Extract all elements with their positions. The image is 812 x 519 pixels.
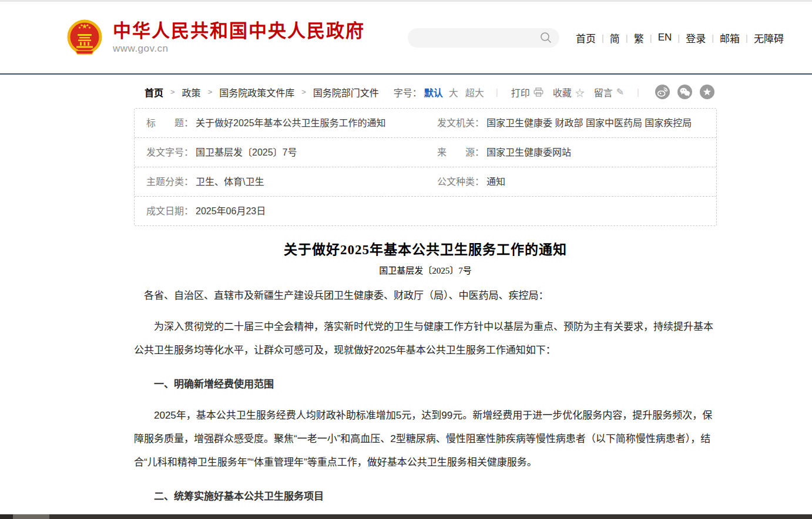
document-number: 国卫基层发〔2025〕7号 bbox=[134, 264, 717, 276]
breadcrumb-arrow-icon: > bbox=[301, 87, 306, 96]
paragraph: 为深入贯彻党的二十届三中全会精神，落实新时代党的卫生与健康工作方针中以基层为重点… bbox=[134, 315, 714, 362]
font-size-label: 字号： bbox=[394, 85, 422, 99]
nav-simplified[interactable]: 简 bbox=[604, 31, 626, 45]
comment-button[interactable]: 留言 ✎ bbox=[594, 85, 624, 99]
breadcrumb-toolbar-row: 首页 > 政策 > 国务院政策文件库 > 国务院部门文件 字号： 默认 大 超大… bbox=[134, 75, 717, 108]
breadcrumb-home[interactable]: 首页 bbox=[145, 85, 163, 99]
breadcrumb-arrow-icon: > bbox=[170, 87, 175, 96]
star-icon: ☆ bbox=[575, 85, 585, 99]
printer-icon bbox=[533, 87, 543, 97]
document-meta-table: 标 题： 关于做好2025年基本公共卫生服务工作的通知 发文机关： 国家卫生健康… bbox=[134, 108, 717, 226]
breadcrumb-policy-library[interactable]: 国务院政策文件库 bbox=[219, 85, 294, 99]
paragraph-salutation: 各省、自治区、直辖市及新疆生产建设兵团卫生健康委、财政厅（局）、中医药局、疾控局… bbox=[134, 284, 714, 308]
document-title: 关于做好2025年基本公共卫生服务工作的通知 bbox=[134, 238, 717, 258]
font-size-large-button[interactable]: 大 bbox=[449, 85, 458, 99]
nav-english[interactable]: EN bbox=[652, 32, 678, 43]
horizontal-scrollbar[interactable] bbox=[0, 514, 812, 519]
main-content: 首页 > 政策 > 国务院政策文件库 > 国务院部门文件 字号： 默认 大 超大… bbox=[134, 75, 717, 519]
nav-mail[interactable]: 邮箱 bbox=[714, 31, 746, 45]
paragraph: 2025年，基本公共卫生服务经费人均财政补助标准增加5元，达到99元。新增经费用… bbox=[134, 404, 714, 474]
meta-label-title: 标 题： bbox=[146, 116, 193, 130]
header-right: 首页| 简| 繁| EN| 登录| 邮箱| 无障碍 bbox=[408, 28, 790, 48]
pencil-icon: ✎ bbox=[616, 86, 624, 97]
nav-accessibility[interactable]: 无障碍 bbox=[748, 31, 790, 45]
site-title: 中华人民共和国中央人民政府 bbox=[113, 21, 365, 41]
nav-traditional[interactable]: 繁 bbox=[628, 31, 650, 45]
section-heading-2: 二、统筹实施好基本公共卫生服务项目 bbox=[134, 485, 714, 508]
print-button[interactable]: 打印 bbox=[511, 85, 543, 99]
toolbar: 字号： 默认 大 超大 | 打印 收藏 bbox=[394, 85, 714, 99]
breadcrumb-department-documents[interactable]: 国务院部门文件 bbox=[313, 85, 379, 99]
font-size-default-button[interactable]: 默认 bbox=[424, 85, 443, 99]
search-input[interactable] bbox=[417, 32, 539, 43]
breadcrumb: 首页 > 政策 > 国务院政策文件库 > 国务院部门文件 bbox=[145, 85, 379, 99]
meta-label-topic-category: 主题分类： bbox=[146, 175, 193, 188]
section-heading-1: 一、明确新增经费使用范围 bbox=[134, 373, 714, 396]
site-url: www.gov.cn bbox=[113, 43, 365, 55]
font-size-xlarge-button[interactable]: 超大 bbox=[465, 85, 484, 99]
meta-label-date: 成文日期： bbox=[146, 204, 193, 218]
meta-value-issuing-agency: 国家卫生健康委 财政部 国家中医药局 国家疾控局 bbox=[486, 116, 692, 130]
meta-value-doc-type: 通知 bbox=[486, 175, 505, 188]
site-header: 中华人民共和国中央人民政府 www.gov.cn 首页| 简| 繁| EN| bbox=[0, 2, 812, 73]
weibo-icon[interactable] bbox=[655, 85, 670, 99]
nav-login[interactable]: 登录 bbox=[680, 31, 712, 45]
scrollbar-corner bbox=[0, 514, 13, 519]
scrollbar-thumb[interactable] bbox=[13, 514, 49, 519]
meta-value-topic-category: 卫生、体育\卫生 bbox=[196, 175, 264, 188]
meta-label-doc-type: 公文种类： bbox=[437, 175, 484, 188]
nav-home[interactable]: 首页 bbox=[570, 31, 602, 45]
meta-value-doc-number: 国卫基层发〔2025〕7号 bbox=[196, 146, 297, 159]
meta-row: 主题分类： 卫生、体育\卫生 公文种类： 通知 bbox=[135, 167, 716, 197]
national-emblem-logo bbox=[66, 19, 103, 56]
meta-row: 发文字号： 国卫基层发〔2025〕7号 来 源： 国家卫生健康委网站 bbox=[135, 138, 716, 167]
meta-row: 标 题： 关于做好2025年基本公共卫生服务工作的通知 发文机关： 国家卫生健康… bbox=[135, 109, 716, 138]
breadcrumb-arrow-icon: > bbox=[208, 87, 213, 96]
meta-value-source: 国家卫生健康委网站 bbox=[486, 146, 571, 159]
meta-label-issuing-agency: 发文机关： bbox=[437, 116, 484, 130]
meta-row: 成文日期： 2025年06月23日 bbox=[135, 197, 716, 225]
search-icon[interactable] bbox=[539, 31, 552, 44]
meta-value-title: 关于做好2025年基本公共卫生服务工作的通知 bbox=[196, 116, 386, 130]
page: 中华人民共和国中央人民政府 www.gov.cn 首页| 简| 繁| EN| bbox=[0, 0, 812, 519]
brand-text: 中华人民共和国中央人民政府 www.gov.cn bbox=[113, 21, 365, 55]
search-box[interactable] bbox=[408, 28, 559, 48]
top-nav: 首页| 简| 繁| EN| 登录| 邮箱| 无障碍 bbox=[570, 31, 790, 45]
breadcrumb-policy[interactable]: 政策 bbox=[182, 85, 201, 99]
favorite-button[interactable]: 收藏 ☆ bbox=[553, 85, 585, 99]
wechat-icon[interactable] bbox=[677, 85, 692, 99]
qzone-icon[interactable] bbox=[700, 85, 714, 99]
meta-label-source: 来 源： bbox=[437, 146, 484, 159]
document-body: 各省、自治区、直辖市及新疆生产建设兵团卫生健康委、财政厅（局）、中医药局、疾控局… bbox=[134, 284, 717, 519]
meta-label-doc-number: 发文字号： bbox=[146, 146, 193, 159]
meta-value-date: 2025年06月23日 bbox=[196, 204, 266, 218]
brand[interactable]: 中华人民共和国中央人民政府 www.gov.cn bbox=[66, 19, 365, 56]
